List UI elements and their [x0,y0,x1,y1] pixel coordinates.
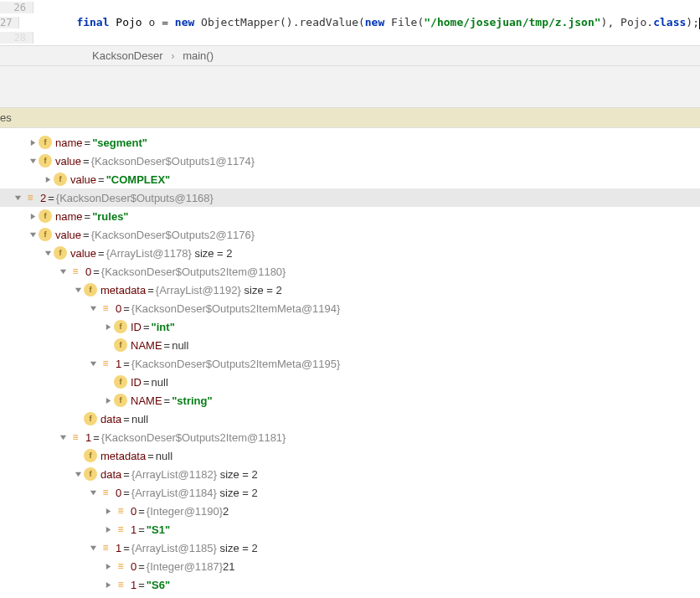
tree-row[interactable]: fvalue = {KacksonDeser$Outputs1@1174} [0,152,700,170]
expand-icon[interactable] [27,213,39,220]
ref: {ArrayList@1184} [131,487,217,499]
breadcrumb-item[interactable]: KacksonDeser [92,49,163,62]
field-icon: f [84,283,97,296]
ref: {KacksonDeser$Outputs@1168} [56,192,214,204]
ref: {KacksonDeser$Outputs2@1176} [91,229,255,241]
field-icon: f [39,136,52,149]
equals: = [98,173,105,186]
collapse-icon[interactable] [42,250,54,257]
expand-icon[interactable] [102,563,114,570]
field-icon: f [39,228,52,241]
null-value: null [172,339,188,352]
var-name: value [55,155,81,168]
expand-icon[interactable] [102,397,114,405]
tree-row[interactable]: ≡0 = {Integer@1190} 2 [0,502,700,520]
var-index: 0 [131,560,136,573]
tree-row[interactable]: fdata = {ArrayList@1182} size = 2 [0,465,700,483]
collapse-icon[interactable] [72,471,84,478]
tree-row[interactable]: ≡0 = {ArrayList@1184} size = 2 [0,483,700,502]
ref: {ArrayList@1192} [156,284,241,296]
collapse-icon[interactable] [27,231,39,239]
tree-row[interactable]: ≡1 = {KacksonDeser$Outputs2ItemMeta@1195… [0,354,700,373]
field-icon: f [84,449,97,462]
index-icon: ≡ [69,265,82,278]
type: Pojo [116,16,142,28]
equals: = [123,413,130,425]
collapse-icon[interactable] [57,268,69,276]
ref: {KacksonDeser$Outputs2Item@1181} [101,431,286,444]
size-val: size = 2 [220,542,258,554]
code-editor: 26 27 final Pojo o = new ObjectMapper().… [0,0,700,45]
expand-icon[interactable] [102,581,114,589]
tree-row[interactable]: fvalue = {ArrayList@1178} size = 2 [0,244,700,262]
tree-row[interactable]: fID = "int" [0,317,700,336]
size-val: size = 2 [220,487,258,499]
var-index: 1 [116,542,121,554]
value: "S1" [147,523,170,536]
equals: = [143,321,150,333]
tree-row[interactable]: ≡1 = {ArrayList@1185} size = 2 [0,539,700,557]
null-value: null [131,413,148,425]
equals: = [143,376,150,389]
collapse-icon[interactable] [72,286,84,294]
collapse-icon[interactable] [87,489,99,497]
tree-row[interactable]: ≡0 = {KacksonDeser$Outputs2ItemMeta@1194… [0,299,700,317]
tree-row[interactable]: fvalue = {KacksonDeser$Outputs2@1176} [0,225,700,244]
var-index: 0 [116,302,121,315]
equals: = [123,358,130,370]
expand-icon[interactable] [102,508,114,515]
equals: = [123,468,130,481]
tree-row[interactable]: fNAME = null [0,336,700,354]
tree-row[interactable]: fname = "segment" [0,133,700,152]
equals: = [147,284,154,296]
tree-row[interactable]: ≡1 = "S1" [0,520,700,539]
breadcrumb[interactable]: KacksonDeser › main() [0,45,700,66]
expand-icon[interactable] [27,139,39,147]
index-icon: ≡ [114,578,127,591]
tree-row[interactable]: fdata = null [0,410,700,428]
field-icon: f [114,320,127,333]
size-val: size = 2 [194,247,232,260]
tree-row-selected[interactable]: ≡2 = {KacksonDeser$Outputs@1168} [0,188,700,207]
tree-row[interactable]: ≡0 = {Integer@1187} 21 [0,557,700,575]
var-name: value [70,247,96,260]
keyword: new [365,16,384,28]
code-line[interactable]: final Pojo o = new ObjectMapper().readVa… [34,16,700,29]
tree-row[interactable]: fmetadata = null [0,446,700,465]
tree-row[interactable]: fNAME = "string" [0,391,700,410]
tree-row[interactable]: ≡1 = "S6" [0,575,700,594]
expand-icon[interactable] [42,176,54,183]
panel-gap [0,66,700,108]
debugger-tab[interactable]: es [0,108,700,128]
breadcrumb-item[interactable]: main() [183,49,214,62]
num-val: 2 [223,505,229,518]
tree-row[interactable]: fmetadata = {ArrayList@1192} size = 2 [0,281,700,299]
var-name: value [70,173,96,186]
collapse-icon[interactable] [57,434,69,441]
call: ObjectMapper().readValue( [194,16,365,28]
equals: = [98,247,105,260]
tree-row[interactable]: fvalue = "COMPLEX" [0,170,700,188]
index-icon: ≡ [114,504,127,518]
equals: = [123,542,130,554]
tree-row[interactable]: fID = null [0,373,700,391]
expand-icon[interactable] [102,323,114,331]
tree-row[interactable]: ≡0 = {KacksonDeser$Outputs2Item@1180} [0,262,700,281]
collapse-icon[interactable] [87,360,99,368]
keyword: final [76,16,109,28]
equals: = [83,229,90,241]
collapse-icon[interactable] [87,544,99,552]
equals: = [85,210,91,223]
var-index: 1 [85,431,91,444]
ref: {KacksonDeser$Outputs1@1174} [91,155,255,168]
var-name: NAME [131,339,162,352]
collapse-icon[interactable] [27,157,39,165]
collapse-icon[interactable] [12,194,23,202]
collapse-icon[interactable] [87,305,99,312]
tree-row[interactable]: ≡1 = {KacksonDeser$Outputs2Item@1181} [0,428,700,446]
index-icon: ≡ [99,302,112,315]
tree-row[interactable]: fname = "rules" [0,207,700,225]
var-index: 0 [85,265,91,278]
value: "rules" [92,210,128,223]
expand-icon[interactable] [102,526,114,534]
